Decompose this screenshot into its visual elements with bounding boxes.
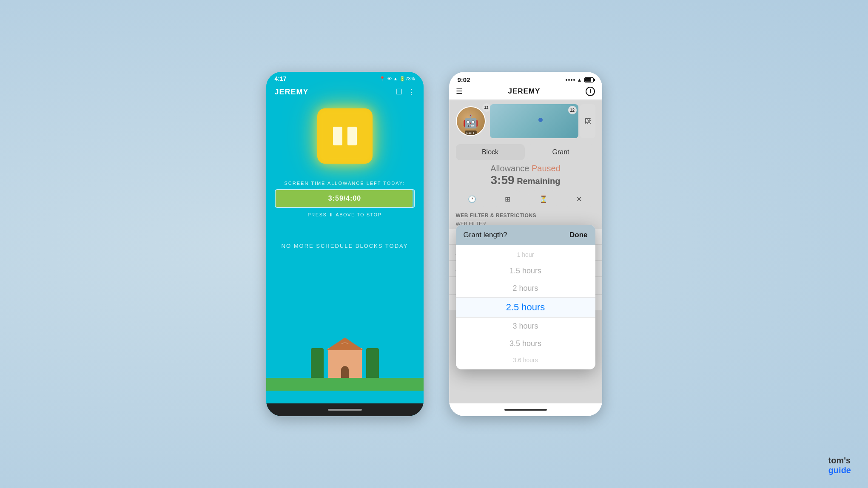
android-header-icons: ☐ ⋮ <box>396 87 415 96</box>
house <box>328 348 362 378</box>
android-time: 4:17 <box>275 75 287 82</box>
allowance-word: Allowance <box>490 164 529 173</box>
map-location-dot <box>538 118 543 122</box>
guide-text: guide <box>828 465 851 475</box>
modal-header: Grant length? Done <box>456 225 595 245</box>
ground <box>266 378 424 391</box>
ios-time: 9:02 <box>458 76 470 83</box>
picker-item-3hours[interactable]: 3 hours <box>456 318 595 335</box>
edit-label[interactable]: EDIT <box>464 131 476 135</box>
progress-container: 3:59/4:00 <box>275 189 415 208</box>
modal-title: Grant length? <box>464 231 507 239</box>
allowance-paused-text: Allowance Paused <box>456 164 595 173</box>
android-home-indicator[interactable] <box>328 409 362 411</box>
location-icon: 📍 <box>379 76 385 82</box>
android-username: JEREMY <box>275 88 309 96</box>
apps-tool-button[interactable]: ⊞ <box>492 190 524 207</box>
press-hint: PRESS ⏸ ABOVE TO STOP <box>308 212 382 217</box>
tree-right <box>366 348 379 378</box>
modal-picker: 1 hour 1.5 hours 2 hours 2.5 hours 3 hou… <box>456 245 595 369</box>
map-number-badge: 12 <box>568 106 577 114</box>
remaining-label: Remaining <box>517 176 560 186</box>
signal-dot-2 <box>568 79 570 81</box>
android-nav-bar <box>266 403 424 416</box>
ios-battery <box>584 77 594 82</box>
tree-left <box>311 348 324 378</box>
ios-status-icons: ▲ <box>566 77 594 83</box>
ios-content: 🤖 EDIT 12 12 🖼 Block Grant Allowance Pau… <box>449 100 602 403</box>
ios-toolbar: 🕐 ⊞ ⏳ ✕ <box>456 190 595 207</box>
profile-badge: 12 <box>482 103 491 112</box>
camera-button[interactable]: 🖼 <box>580 104 595 138</box>
picker-item-2hours[interactable]: 2 hours <box>456 280 595 297</box>
block-button[interactable]: Block <box>456 144 525 160</box>
modal-done-button[interactable]: Done <box>569 231 588 239</box>
avatar[interactable]: 🤖 EDIT <box>456 106 486 136</box>
progress-bar-outer: 3:59/4:00 <box>275 189 415 208</box>
picker-item-1hour[interactable]: 1 hour <box>456 247 595 262</box>
pause-coin[interactable] <box>317 108 373 164</box>
android-header: JEREMY ☐ ⋮ <box>266 84 424 100</box>
pause-bar-left <box>333 127 342 145</box>
android-status-icons: 📍 👁 ▲ 🔋73% <box>379 76 415 82</box>
android-phone: 4:17 📍 👁 ▲ 🔋73% JEREMY ☐ ⋮ SCREEN TIME A… <box>266 72 424 416</box>
allowance-section: Allowance Paused 3:59 Remaining <box>456 164 595 187</box>
picker-item-3.5hours[interactable]: 3.5 hours <box>456 335 595 352</box>
ios-battery-fill <box>585 78 591 82</box>
ios-wifi-icon: ▲ <box>577 77 582 83</box>
ios-phone: 9:02 ▲ ☰ JEREMY i 🤖 EDIT 12 <box>449 72 602 416</box>
more-options-icon[interactable]: ⋮ <box>407 87 415 96</box>
grant-modal: Grant length? Done 1 hour 1.5 hours 2 ho… <box>456 225 595 369</box>
signal-dots <box>566 79 575 81</box>
android-content: SCREEN TIME ALLOWANCE LEFT TODAY: 3:59/4… <box>266 100 424 403</box>
house-door <box>341 366 349 378</box>
picker-item-2.5hours[interactable]: 2.5 hours <box>456 297 595 318</box>
eye-icon: 👁 <box>387 76 392 81</box>
map-preview[interactable]: 12 <box>490 104 578 138</box>
ios-header: ☰ JEREMY i <box>449 85 602 100</box>
close-tool-button[interactable]: ✕ <box>563 190 595 207</box>
ios-username: JEREMY <box>508 87 541 96</box>
toms-guide-watermark: tom's guide <box>828 456 851 475</box>
signal-dot-3 <box>571 79 572 81</box>
clock-tool-button[interactable]: 🕐 <box>456 190 488 207</box>
android-status-bar: 4:17 📍 👁 ▲ 🔋73% <box>266 72 424 84</box>
toms-text: tom's <box>828 456 851 465</box>
picker-item-1.5hours[interactable]: 1.5 hours <box>456 262 595 280</box>
info-icon[interactable]: i <box>586 87 595 96</box>
menu-icon[interactable]: ☰ <box>456 87 463 96</box>
ios-bottom-bar <box>449 403 602 416</box>
profile-section: 🤖 EDIT 12 12 🖼 <box>449 100 602 142</box>
paused-word: Paused <box>532 164 561 173</box>
block-grant-buttons: Block Grant <box>456 144 595 160</box>
pause-bars <box>333 127 357 145</box>
clock-icon[interactable]: ☐ <box>396 87 402 96</box>
timer-tool-button[interactable]: ⏳ <box>527 190 560 207</box>
picker-item-3.6hours[interactable]: 3.6 hours <box>456 352 595 368</box>
ios-home-indicator[interactable] <box>504 409 547 411</box>
progress-text: 3:59/4:00 <box>328 195 361 202</box>
pause-bar-right <box>347 127 357 145</box>
ios-status-bar: 9:02 ▲ <box>449 72 602 85</box>
battery-icon: 🔋73% <box>399 76 415 82</box>
no-schedule-text: NO MORE SCHEDULE BLOCKS TODAY <box>282 243 408 249</box>
web-filter-section-label: WEB FILTER & RESTRICTIONS <box>449 211 602 220</box>
remaining-time: 3:59 <box>491 173 515 187</box>
wifi-icon: ▲ <box>393 76 398 81</box>
allowance-label: SCREEN TIME ALLOWANCE LEFT TODAY: <box>284 181 405 186</box>
grant-button[interactable]: Grant <box>526 144 595 160</box>
signal-dot-4 <box>573 79 575 81</box>
allowance-remaining-text: 3:59 Remaining <box>456 173 595 187</box>
signal-dot-1 <box>566 79 567 81</box>
wifi-signal-icon: ⌒ <box>341 341 349 352</box>
